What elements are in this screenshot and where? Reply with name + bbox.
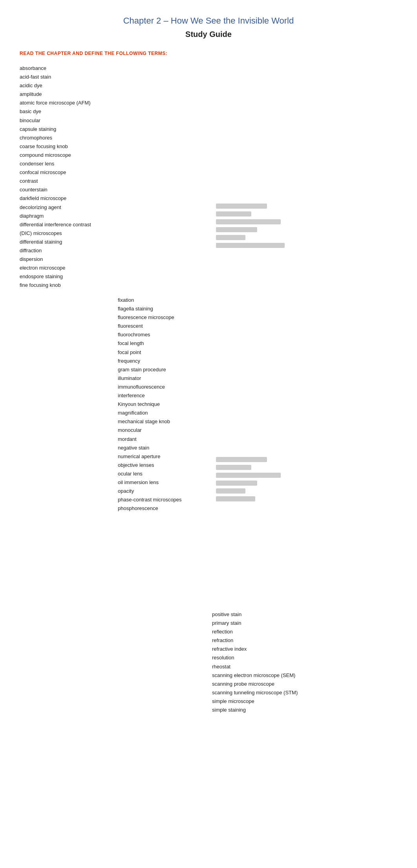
- term-interference: interference: [118, 391, 182, 400]
- term-reflection: reflection: [212, 628, 298, 636]
- term-focal-point: focal point: [118, 348, 182, 357]
- term-kinyoun-technique: Kinyoun technique: [118, 400, 182, 409]
- term-magnification: magnification: [118, 409, 182, 417]
- term-oil-immersion-lens: oil immersion lens: [118, 478, 182, 487]
- blur-group-2: [216, 457, 281, 504]
- term-objective-lenses: objective lenses: [118, 461, 182, 470]
- term-refractive-index: refractive index: [212, 645, 298, 653]
- blur-bar-3: [216, 219, 281, 224]
- term-fluorescent: fluorescent: [118, 322, 182, 330]
- page-title: Chapter 2 – How We See the Invisible Wor…: [16, 16, 401, 26]
- term-fine-focusing-knob: fine focusing knob: [20, 281, 91, 290]
- term-differential-staining: differential staining: [20, 238, 91, 246]
- term-dispersion: dispersion: [20, 255, 91, 264]
- term-endospore-staining: endospore staining: [20, 272, 91, 281]
- term-ocular-lens: ocular lens: [118, 470, 182, 478]
- term-counterstain: counterstain: [20, 185, 91, 194]
- term-column-3: positive stain primary stain reflection …: [212, 610, 298, 714]
- blur-bar-10: [216, 481, 257, 486]
- term-confocal-microscope: confocal microscope: [20, 168, 91, 177]
- term-negative-stain: negative stain: [118, 444, 182, 452]
- term-mechanical-stage-knob: mechanical stage knob: [118, 417, 182, 426]
- term-column-1: absorbance acid-fast stain acidic dye am…: [20, 64, 91, 290]
- term-contrast: contrast: [20, 177, 91, 185]
- term-amplitude: amplitude: [20, 90, 91, 99]
- term-scanning-probe: scanning probe microscope: [212, 680, 298, 688]
- term-fluorochromes: fluorochromes: [118, 330, 182, 339]
- instruction-label: READ THE CHAPTER AND DEFINE THE FOLLOWIN…: [20, 51, 401, 56]
- term-afm: atomic force microscope (AFM): [20, 99, 91, 107]
- blur-bar-2: [216, 211, 251, 217]
- page-container: Chapter 2 – How We See the Invisible Wor…: [0, 0, 417, 868]
- term-focal-length: focal length: [118, 339, 182, 348]
- page-subtitle: Study Guide: [16, 30, 401, 39]
- term-column-2: fixation flagella staining fluorescence …: [118, 296, 182, 513]
- term-diffraction: diffraction: [20, 246, 91, 255]
- term-stm: scanning tunneling microscope (STM): [212, 688, 298, 697]
- term-simple-staining: simple staining: [212, 706, 298, 714]
- term-refraction: refraction: [212, 636, 298, 645]
- term-acidic-dye: acidic dye: [20, 81, 91, 90]
- term-frequency: frequency: [118, 357, 182, 365]
- term-rheostat: rheostat: [212, 662, 298, 671]
- blur-bar-1: [216, 204, 267, 209]
- term-numerical-aperture: numerical aperture: [118, 452, 182, 461]
- terms-section: absorbance acid-fast stain acidic dye am…: [16, 64, 401, 868]
- term-dic: differential interference contrast: [20, 220, 91, 229]
- term-mordant: mordant: [118, 435, 182, 444]
- term-basic-dye: basic dye: [20, 107, 91, 116]
- blur-bar-12: [216, 496, 255, 501]
- term-opacity: opacity: [118, 487, 182, 495]
- blur-bar-5: [216, 235, 245, 240]
- blur-bar-11: [216, 488, 245, 494]
- term-fixation: fixation: [118, 296, 182, 305]
- blur-bar-6: [216, 243, 285, 248]
- term-decolorizing-agent: decolorizing agent: [20, 203, 91, 212]
- term-sem: scanning electron microscope (SEM): [212, 671, 298, 680]
- term-fluorescence-microscope: fluorescence microscope: [118, 313, 182, 322]
- term-positive-stain: positive stain: [212, 610, 298, 619]
- term-illuminator: illuminator: [118, 374, 182, 383]
- blur-bar-7: [216, 457, 267, 462]
- blur-bar-9: [216, 473, 281, 478]
- term-condenser-lens: condenser lens: [20, 160, 91, 168]
- term-flagella-staining: flagella staining: [118, 305, 182, 313]
- term-capsule-staining: capsule staining: [20, 125, 91, 134]
- blur-bar-4: [216, 227, 257, 232]
- term-compound-microscope: compound microscope: [20, 151, 91, 160]
- term-phase-contrast: phase-contrast microscopes: [118, 495, 182, 504]
- term-acid-fast-stain: acid-fast stain: [20, 73, 91, 81]
- term-chromophores: chromophores: [20, 134, 91, 142]
- term-immunofluorescence: immunofluorescence: [118, 383, 182, 391]
- term-resolution: resolution: [212, 653, 298, 662]
- term-dic-sub: (DIC) microscopes: [20, 229, 91, 238]
- term-simple-microscope: simple microscope: [212, 697, 298, 706]
- term-darkfield-microscope: darkfield microscope: [20, 194, 91, 203]
- term-coarse-focusing-knob: coarse focusing knob: [20, 142, 91, 151]
- term-diaphragm: diaphragm: [20, 212, 91, 220]
- term-monocular: monocular: [118, 426, 182, 435]
- term-electron-microscope: electron microscope: [20, 264, 91, 272]
- term-phosphorescence: phosphorescence: [118, 504, 182, 513]
- term-primary-stain: primary stain: [212, 619, 298, 628]
- blur-group-1: [216, 204, 285, 251]
- term-binocular: binocular: [20, 116, 91, 125]
- term-absorbance: absorbance: [20, 64, 91, 73]
- blur-bar-8: [216, 465, 251, 470]
- term-gram-stain-procedure: gram stain procedure: [118, 365, 182, 374]
